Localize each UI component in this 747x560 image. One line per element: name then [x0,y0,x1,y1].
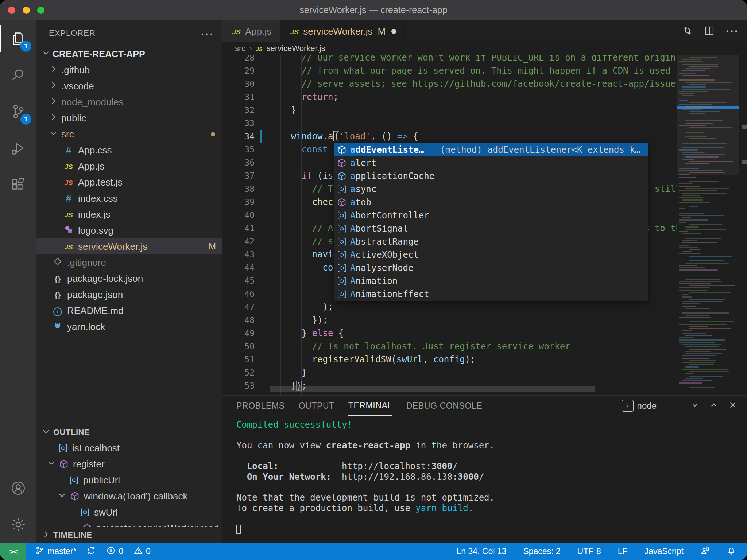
minimap-line [685,378,703,379]
sync-icon [86,546,96,557]
status-lf[interactable]: LF [618,547,628,556]
timeline-section-header[interactable]: TIMELINE [36,527,222,543]
status-utf-8[interactable]: UTF-8 [577,547,601,556]
activity-extensions-icon[interactable] [0,166,36,203]
code-line-52[interactable]: 52 } [222,366,677,379]
code-editor[interactable]: 28 // Our service worker won't work if P… [222,55,747,395]
tree-item-logo.svg[interactable]: logo.svg [36,222,222,238]
panel-tab-problems[interactable]: PROBLEMS [236,396,285,416]
tree-item-README.md[interactable]: iREADME.md [36,303,222,319]
tree-item-.gitignore[interactable]: .gitignore [36,254,222,271]
tree-item-App.css[interactable]: #App.css [36,142,222,158]
tab-App.js[interactable]: JSApp.js [222,20,280,42]
status-bell[interactable] [727,546,736,557]
suggest-item-applicationCache[interactable]: applicationCache [334,170,648,183]
code-line-34[interactable]: 34 window.a('load', () => { [222,130,677,143]
outline-item-window.a('load') callback[interactable]: window.a('load') callback [36,488,222,504]
outline-item-isLocalhost[interactable]: isLocalhost [36,440,222,456]
suggest-item-ActiveXObject[interactable]: ActiveXObject [334,248,648,261]
maximize-panel-icon[interactable] [709,400,719,411]
code-line-49[interactable]: 49 } else { [222,327,677,340]
tree-item-package-lock.json[interactable]: {}package-lock.json [36,271,222,287]
tree-item-yarn.lock[interactable]: yarn.lock [36,319,222,335]
suggest-label: AbstractRange [350,237,419,247]
status-javascript[interactable]: JavaScript [645,547,684,556]
activity-accounts-icon[interactable] [0,470,36,506]
tree-item-index.js[interactable]: JSindex.js [36,206,222,222]
suggest-item-addEventListe[interactable]: addEventListe…(method) addEventListener<… [334,143,648,156]
tree-item-node_modules[interactable]: node_modules [36,94,222,110]
status-branch[interactable]: master* [35,546,76,557]
status-feedback[interactable] [700,546,710,557]
remote-indicator[interactable]: >< [0,543,26,560]
outline-item-navigator.serviceWorker.read[interactable]: navigator.serviceWorker.read [36,520,222,527]
suggest-item-alert[interactable]: alert [334,156,648,170]
zoom-window-button[interactable] [37,7,44,14]
suggest-item-Animation[interactable]: Animation [334,275,648,288]
tree-item-src[interactable]: src [36,126,222,142]
tree-root-create-react-app[interactable]: CREATE-REACT-APP [36,46,222,62]
minimize-window-button[interactable] [23,7,30,14]
terminal-dropdown-icon[interactable] [690,400,700,411]
status-sync[interactable] [86,546,96,557]
tree-item-App.js[interactable]: JSApp.js [36,158,222,174]
terminal-shell-selector[interactable]: node [622,400,662,412]
suggest-item-AnimationEffect[interactable]: AnimationEffect [334,288,648,301]
activity-source-control-icon[interactable]: 1 [0,93,36,130]
suggest-item-AbortSignal[interactable]: AbortSignal [334,222,648,235]
tree-item-.vscode[interactable]: .vscode [36,78,222,94]
code-line-31[interactable]: 31 return; [222,90,677,104]
js-file-icon: JS [63,160,78,172]
status-ln-34-col-13[interactable]: Ln 34, Col 13 [456,547,506,556]
outline-item-publicUrl[interactable]: publicUrl [36,472,222,488]
activity-settings-icon[interactable] [0,506,36,543]
status-warning[interactable]: 0 [133,546,151,557]
explorer-more-actions-icon[interactable]: ··· [201,27,214,39]
breadcrumb-item-src[interactable]: src [235,44,245,53]
minimap-line [682,143,727,144]
suggest-item-atob[interactable]: atob [334,196,648,209]
activity-search-icon[interactable] [0,57,36,93]
code-line-30[interactable]: 30 // serve assets; see https://github.c… [222,77,677,90]
tree-item-package.json[interactable]: {}package.json [36,287,222,303]
horizontal-scrollbar[interactable] [270,386,595,392]
suggest-item-AbstractRange[interactable]: AbstractRange [334,235,648,248]
code-line-32[interactable]: 32 } [222,104,677,117]
panel-tab-output[interactable]: OUTPUT [299,396,334,416]
status-error[interactable]: 0 [106,546,123,557]
tree-item-public[interactable]: public [36,110,222,126]
terminal-output[interactable]: Compiled successfully! You can now view … [236,420,740,543]
more-actions-icon[interactable]: ··· [726,25,739,38]
tree-item-.github[interactable]: .github [36,62,222,78]
outline-section-header[interactable]: OUTLINE [36,424,222,440]
code-line-47[interactable]: 47 ); [222,300,677,314]
tab-serviceWorker.js[interactable]: JSserviceWorker.jsM [280,20,406,42]
panel-tab-terminal[interactable]: TERMINAL [348,396,392,416]
tree-item-App.test.js[interactable]: JSApp.test.js [36,174,222,190]
minimap[interactable] [677,55,739,395]
code-line-29[interactable]: 29 // from what our page is served on. T… [222,64,677,77]
panel-tab-debug-console[interactable]: DEBUG CONSOLE [406,396,482,416]
outline-item-swUrl[interactable]: swUrl [36,504,222,520]
code-line-48[interactable]: 48 }); [222,314,677,327]
suggest-item-async[interactable]: async [334,183,648,196]
code-line-51[interactable]: 51 registerValidSW(swUrl, config); [222,353,677,366]
code-line-50[interactable]: 50 // Is not localhost. Just register se… [222,340,677,353]
close-panel-icon[interactable] [728,400,738,411]
outline-item-register[interactable]: register [36,456,222,472]
suggest-item-AbortController[interactable]: AbortController [334,209,648,222]
tree-item-index.css[interactable]: #index.css [36,190,222,206]
activity-explorer-icon[interactable]: 1 [0,20,36,57]
tree-item-serviceWorker.js[interactable]: JSserviceWorker.jsM [36,238,222,254]
activity-run-and-debug-icon[interactable] [0,130,36,166]
open-changes-icon[interactable] [682,25,693,38]
breadcrumb-item-serviceWorker.js[interactable]: JSserviceWorker.js [256,44,325,53]
close-window-button[interactable] [8,7,15,14]
suggest-item-AnalyserNode[interactable]: AnalyserNode [334,261,648,275]
status-spaces-2[interactable]: Spaces: 2 [523,547,560,556]
code-line-33[interactable]: 33 [222,117,677,130]
split-editor-icon[interactable] [704,25,715,38]
new-terminal-icon[interactable] [671,400,681,411]
symbol-variable-icon [336,262,347,273]
code-line-28[interactable]: 28 // Our service worker won't work if P… [222,55,677,64]
